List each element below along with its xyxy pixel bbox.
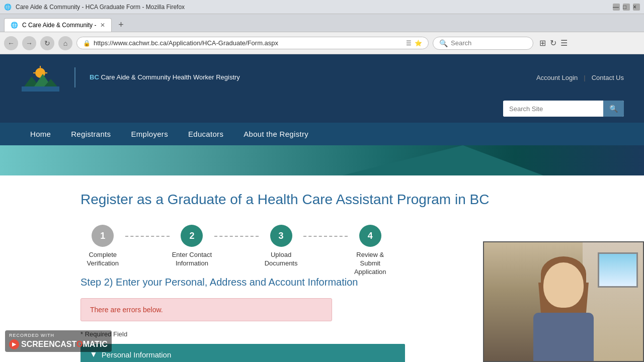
webcam-person-head [543,262,584,308]
step-4-circle: 4 [359,225,381,247]
error-message: There are errors below. [90,306,163,314]
address-bar[interactable]: 🔒 https://www.cachwr.bc.ca/Application/H… [76,37,429,49]
recorded-with-text: RECORDED WITH [9,332,108,339]
nav-link-educators[interactable]: Educators [178,123,233,145]
browser-favicon: 🌐 [4,4,12,11]
logo-text: BC Care Aide & Community Health Worker R… [90,73,240,82]
browser-toolbar-icons: ⊞ ↻ ☰ [539,38,568,48]
bookmark-icon[interactable]: ⭐ [415,40,422,47]
step-2-label: Enter ContactInformation [172,251,212,268]
new-tab-button[interactable]: + [114,18,128,32]
step-connector-2-3 [214,236,259,237]
site-header: BC Care Aide & Community Health Worker R… [0,54,644,123]
nav-item-educators[interactable]: Educators [178,123,233,145]
address-bar-icons: ☰ ⭐ [406,40,422,47]
bookmark-list-icon[interactable]: ☰ [406,40,412,47]
forward-button[interactable]: → [22,36,36,50]
hero-banner [0,145,644,175]
step-2-number: 2 [189,231,194,241]
site-search-row: 🔍 [0,101,644,123]
step-2: 2 Enter ContactInformation [170,225,214,268]
extensions-icon[interactable]: ⊞ [539,38,546,48]
site-nav: Home Registrants Employers Educators Abo… [0,123,644,145]
step-3-label: UploadDocuments [265,251,298,268]
browser-window-controls[interactable]: — □ × [613,4,640,11]
step-1-circle: 1 [92,225,114,247]
logo-divider [74,67,75,87]
nav-item-registrants[interactable]: Registrants [61,123,121,145]
url-display: https://www.cachwr.bc.ca/Application/HCA… [94,39,403,47]
search-input[interactable] [451,39,521,47]
step-1-label: CompleteVerification [87,251,119,268]
contact-us-link[interactable]: Contact Us [592,74,624,81]
brand-name: SCREENCASTOMATIC [21,339,108,350]
close-button[interactable]: × [633,4,640,11]
step-3-number: 3 [279,231,284,241]
restore-button[interactable]: □ [623,4,630,11]
screencast-logo-circle: ▶ [9,339,19,349]
site-header-top: BC Care Aide & Community Health Worker R… [0,54,644,101]
back-button[interactable]: ← [4,36,18,50]
step-connector-1-2 [125,236,170,237]
security-lock-icon: 🔒 [83,40,91,47]
nav-link-about[interactable]: About the Registry [233,123,318,145]
tab-favicon: 🌐 [11,22,18,29]
browser-addressbar: ← → ↻ ⌂ 🔒 https://www.cachwr.bc.ca/Appli… [0,32,644,54]
section-header-label: Personal Information [102,350,171,359]
home-button[interactable]: ⌂ [58,36,72,50]
webcam-scene [484,242,643,361]
nav-list: Home Registrants Employers Educators Abo… [0,123,644,145]
tab-close-button[interactable]: ✕ [100,22,105,29]
step-1: 1 CompleteVerification [80,225,125,268]
minimize-button[interactable]: — [613,4,620,11]
webcam-overlay [483,241,644,362]
screencast-brand: ▶ SCREENCASTOMATIC [9,339,108,350]
nav-item-employers[interactable]: Employers [121,123,178,145]
step-4-label: Review & SubmitApplication [348,251,392,277]
browser-title: Care Aide & Community - HCA Graduate For… [16,4,185,11]
menu-icon[interactable]: ☰ [560,38,568,48]
step-3-circle: 3 [270,225,292,247]
site-search-box[interactable]: 🔍 [503,101,624,117]
screencast-watermark: RECORDED WITH ▶ SCREENCASTOMATIC [5,330,112,352]
nav-item-about[interactable]: About the Registry [233,123,318,145]
site-search-button[interactable]: 🔍 [603,101,624,117]
nav-link-employers[interactable]: Employers [121,123,178,145]
tab-label: C Care Aide & Community - [22,22,96,29]
browser-titlebar: 🌐 Care Aide & Community - HCA Graduate F… [0,0,644,14]
sync-icon[interactable]: ↻ [550,38,556,48]
webcam-window [598,252,638,288]
svg-rect-8 [22,86,59,92]
logo-site-name: Care Aide & Community Health Worker Regi… [101,73,239,81]
step-connector-3-4 [303,236,348,237]
search-icon: 🔍 [439,39,448,47]
bc-logo-svg [22,64,59,92]
step-1-number: 1 [100,231,105,241]
site-search-input[interactable] [503,101,603,117]
page-title: Register as a Graduate of a Health Care … [80,191,564,209]
step-4: 4 Review & SubmitApplication [348,225,392,277]
nav-link-home[interactable]: Home [20,123,61,145]
site-header-links: Account Login | Contact Us [536,74,624,81]
reload-button[interactable]: ↻ [40,36,54,50]
webcam-person-body [533,313,594,362]
step-3: 3 UploadDocuments [259,225,303,268]
browser-tabbar: 🌐 C Care Aide & Community - ✕ + [0,14,644,32]
browser-tab-active[interactable]: 🌐 C Care Aide & Community - ✕ [4,18,112,32]
step-4-number: 4 [368,231,373,241]
nav-item-home[interactable]: Home [20,123,61,145]
header-sep: | [584,74,585,81]
step-2-circle: 2 [181,225,203,247]
site-logo: BC Care Aide & Community Health Worker R… [20,62,240,93]
logo-bc-text: BC [90,73,99,81]
browser-search-box[interactable]: 🔍 [433,37,533,50]
steps-row: 1 CompleteVerification 2 Enter ContactIn… [80,225,392,277]
bc-logo-image [20,62,60,93]
nav-link-registrants[interactable]: Registrants [61,123,121,145]
error-box: There are errors below. [80,298,332,321]
section-header: ▼ Personal Information [80,344,405,362]
account-login-link[interactable]: Account Login [536,74,578,81]
